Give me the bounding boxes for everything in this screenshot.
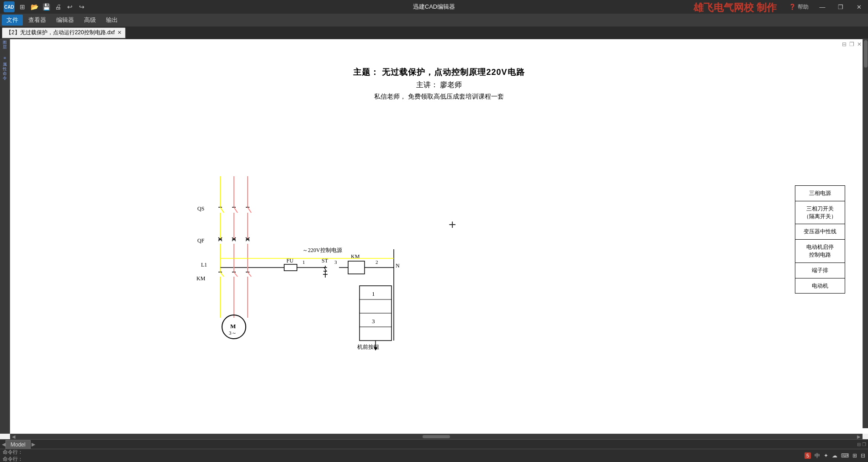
help-area[interactable]: ❓ 帮助: [789, 3, 809, 11]
toolbar-icon-redo[interactable]: ↪: [77, 2, 87, 12]
svg-line-69: [324, 268, 326, 271]
model-scroll-left[interactable]: ◀: [2, 441, 5, 447]
svg-text:KM: KM: [351, 253, 360, 260]
title-line1: 主题： 无过载保护，点动控制原理220V电路: [353, 67, 524, 78]
svg-text:QS: QS: [197, 205, 204, 212]
menu-file[interactable]: 文件: [2, 15, 23, 26]
tab-close-button[interactable]: ✕: [117, 30, 122, 36]
svg-line-48: [234, 272, 238, 277]
status-line1: 命令行：: [3, 449, 803, 456]
sidebar-icon-1[interactable]: 图层: [1, 41, 9, 49]
hscroll-thumb[interactable]: [423, 435, 450, 438]
close-button[interactable]: ✕: [850, 0, 868, 14]
app-icon: CAD: [4, 1, 15, 12]
svg-text:3: 3: [334, 259, 337, 265]
legend-row-1: 三相电源: [795, 186, 845, 201]
status-icon-keyboard[interactable]: ⌨: [841, 452, 849, 459]
svg-line-9: [220, 207, 224, 213]
toolbar-icon-open[interactable]: 📂: [29, 2, 39, 12]
status-bar: 命令行： 命令行： 5 中 ✦ ☁ ⌨ ⊞ ⊟: [0, 449, 868, 462]
status-icon-minus[interactable]: ⊟: [861, 452, 865, 459]
hscroll-right[interactable]: ▶: [857, 434, 861, 439]
menu-output[interactable]: 输出: [101, 15, 122, 26]
svg-text:2: 2: [376, 259, 378, 265]
legend-box: 三相电源 三相刀开关（隔离开关） 变压器中性线 电动机启停控制电路 端子排 电动…: [795, 185, 845, 294]
status-icon-dot[interactable]: ✦: [824, 452, 828, 459]
corner-maximize[interactable]: ❐: [849, 41, 854, 47]
vertical-scrollbar[interactable]: [863, 39, 868, 428]
view-icon-1[interactable]: ⊟: [857, 442, 861, 447]
legend-row-4: 电动机启停控制电路: [795, 240, 845, 263]
toolbar-icon-print[interactable]: 🖨: [53, 2, 63, 12]
main-layout: 图层 ≡ 属性 命令 ⊟ ❐ ✕ 主题： 无过载保护，点动控制原理220V电路 …: [0, 39, 868, 434]
sidebar-icon-2[interactable]: ≡: [1, 54, 9, 62]
svg-text:QF: QF: [197, 237, 205, 244]
toolbar-icon-save[interactable]: 💾: [41, 2, 51, 12]
svg-text:3～: 3～: [229, 330, 237, 336]
svg-line-17: [248, 207, 251, 213]
svg-text:1: 1: [302, 259, 305, 265]
svg-text:M: M: [230, 323, 236, 330]
legend-row-5: 端子排: [795, 263, 845, 278]
svg-line-13: [234, 207, 238, 213]
svg-text:N: N: [396, 262, 400, 269]
svg-rect-61: [284, 264, 297, 271]
status-line2: 命令行：: [3, 456, 803, 462]
title-line2: 主讲： 廖老师: [353, 80, 524, 90]
legend-row-2: 三相刀开关（隔离开关）: [795, 201, 845, 225]
corner-close[interactable]: ✕: [857, 41, 862, 47]
svg-text:1: 1: [372, 290, 375, 297]
status-icon-5[interactable]: 5: [804, 452, 811, 459]
title-line3: 私信老师， 免费领取高低压成套培训课程一套: [353, 93, 524, 101]
legend-row-6: 电动机: [795, 278, 845, 294]
status-icon-cloud[interactable]: ☁: [832, 452, 837, 459]
toolbar-icon-grid[interactable]: ⊞: [17, 2, 27, 12]
menu-editor[interactable]: 编辑器: [52, 15, 79, 26]
help-icon: ❓: [789, 4, 796, 10]
corner-minimize[interactable]: ⊟: [842, 41, 847, 47]
svg-text:L1: L1: [201, 262, 207, 268]
menu-advanced[interactable]: 高级: [79, 15, 101, 26]
menu-viewer[interactable]: 查看器: [24, 15, 51, 26]
menu-bar: 文件 查看器 编辑器 高级 输出: [0, 14, 868, 26]
status-icon-plus[interactable]: ⊞: [852, 452, 857, 459]
tab-bar: 【2】无过载保护，点动运行220控制电路.dxf ✕: [0, 26, 868, 39]
window-controls: — ❐ ✕: [813, 0, 868, 14]
vscroll-thumb[interactable]: [864, 40, 868, 68]
toolbar-icons: ⊞ 📂 💾 🖨 ↩ ↪: [17, 2, 87, 12]
circuit-diagram: L1 L2 L3 QS QF: [170, 176, 453, 368]
svg-text:～220V控制电源: ～220V控制电源: [302, 247, 342, 253]
title-bar: CAD ⊞ 📂 💾 🖨 ↩ ↪ 迅建CAD编辑器 ❓ 帮助 — ❐ ✕: [0, 0, 868, 14]
svg-text:KM: KM: [196, 275, 206, 282]
app-title: 迅建CAD编辑器: [413, 3, 455, 11]
view-icon-2[interactable]: ❐: [862, 442, 866, 447]
tab-diagram[interactable]: 【2】无过载保护，点动运行220控制电路.dxf ✕: [2, 27, 126, 38]
corner-controls: ⊟ ❐ ✕: [842, 41, 862, 47]
svg-rect-76: [348, 261, 365, 274]
horizontal-scrollbar[interactable]: ◀ ▶: [10, 434, 863, 439]
svg-line-44: [220, 272, 224, 277]
legend-row-3: 变压器中性线: [795, 224, 845, 240]
canvas-area[interactable]: ⊟ ❐ ✕ 主题： 无过载保护，点动控制原理220V电路 主讲： 廖老师 私信老…: [10, 39, 868, 434]
left-sidebar: 图层 ≡ 属性 命令: [0, 39, 10, 434]
diagram-title: 主题： 无过载保护，点动控制原理220V电路 主讲： 廖老师 私信老师， 免费领…: [353, 67, 524, 101]
hscroll-left[interactable]: ◀: [12, 434, 16, 439]
maximize-button[interactable]: ❐: [831, 0, 850, 14]
bottom-bar: ◀ Model ▶ ⊟ ❐ 命令行： 命令行： 5 中 ✦ ☁ ⌨ ⊞ ⊟: [0, 439, 868, 462]
status-right-icons: 5 中 ✦ ☁ ⌨ ⊞ ⊟: [804, 452, 865, 460]
model-scroll-right[interactable]: ▶: [32, 441, 35, 447]
model-tab[interactable]: Model: [5, 440, 31, 449]
sidebar-icon-4[interactable]: 命令: [1, 72, 9, 80]
tab-label: 【2】无过载保护，点动运行220控制电路.dxf: [6, 29, 115, 37]
minimize-button[interactable]: —: [813, 0, 831, 14]
help-text: 帮助: [798, 3, 809, 11]
svg-line-52: [248, 272, 251, 277]
toolbar-icon-undo[interactable]: ↩: [65, 2, 75, 12]
sidebar-icon-3[interactable]: 属性: [1, 63, 9, 71]
status-icon-zh[interactable]: 中: [815, 452, 820, 460]
svg-text:3: 3: [372, 318, 375, 325]
model-tab-row: ◀ Model ▶ ⊟ ❐: [0, 440, 868, 449]
